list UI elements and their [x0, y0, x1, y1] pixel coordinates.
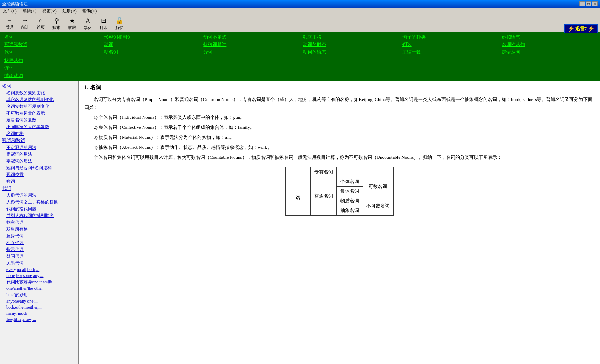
- search-icon: ⚲: [54, 17, 59, 25]
- sidebar-pronouns-title[interactable]: 代词: [1, 185, 78, 192]
- nav-special-words[interactable]: 特殊词精讲: [203, 41, 297, 49]
- search-button[interactable]: ⚲ 搜索: [50, 17, 63, 30]
- sidebar-attr-noun-plural[interactable]: 定语名词的复数: [1, 117, 78, 123]
- nav-noun-clause[interactable]: 名词性从句: [502, 41, 596, 49]
- sidebar-one-that-it[interactable]: 代词比较辨异one,that和it: [1, 279, 78, 285]
- content-para-1: 1) 个体名词（Individual Nouns）：表示某类人或东西中的个体，如…: [94, 113, 594, 121]
- sidebar-one-another[interactable]: one/another/the other: [1, 285, 78, 292]
- sidebar-indef-article[interactable]: 不定冠词的用法: [1, 144, 78, 151]
- table-proper-noun: 专有名词: [310, 167, 336, 177]
- menu-register[interactable]: 注册(B): [61, 8, 78, 14]
- sidebar-none-few-some[interactable]: none,few,some,any,...: [1, 273, 78, 279]
- nav-conjunction[interactable]: 连词: [4, 65, 98, 72]
- sidebar-scroll[interactable]: 名词 名词复数的规则变化 其它名词复数的规则变化 名词复数的不规则变化 不可数名…: [1, 82, 78, 364]
- sidebar-relative[interactable]: 关系代词: [1, 260, 78, 267]
- sidebar-article-position[interactable]: 冠词位置: [1, 171, 78, 178]
- forward-label: 前进: [21, 25, 29, 30]
- content-para-5: 个体名词和集体名词可以用数目来计算，称为可数名词（Countable Nouns…: [84, 153, 594, 161]
- sidebar-personal-pronoun-usage[interactable]: 人称代词的用法: [1, 192, 78, 199]
- nav-adj-adv[interactable]: 形容词和副词: [104, 34, 198, 41]
- maximize-button[interactable]: □: [586, 1, 591, 6]
- sidebar-both-either-neither[interactable]: both,either,neither,...: [1, 304, 78, 310]
- nav-attr-clause[interactable]: 定语从句: [502, 49, 596, 56]
- home-button[interactable]: ⌂ 首页: [34, 17, 47, 30]
- sidebar-pronoun-reference[interactable]: 代词的指代问题: [1, 206, 78, 212]
- sidebar-every-no-all[interactable]: every,no,all,both,...: [1, 267, 78, 273]
- sidebar-few-little[interactable]: few,little,a few,...: [1, 317, 78, 323]
- forward-button[interactable]: → 前进: [19, 17, 31, 30]
- ad-text: 迅雷7: [575, 26, 587, 32]
- sidebar-the-usage[interactable]: "the"的妙用: [1, 292, 78, 298]
- content-para-2: 2) 集体名词（Collective Nouns）：表示若干个个体组成的集合体，…: [94, 123, 594, 131]
- sidebar-zero-article[interactable]: 零冠词的用法: [1, 158, 78, 165]
- table-proper-noun-empty: [336, 167, 393, 177]
- menu-edit[interactable]: 编辑(E): [21, 8, 38, 14]
- unlock-icon: 🔓: [115, 17, 123, 25]
- font-button[interactable]: Ａ 字体: [81, 16, 94, 31]
- nav-infinitive[interactable]: 动词不定式: [203, 34, 297, 41]
- sidebar-pronoun-case-replace[interactable]: 人称代词之主、宾格的替换: [1, 199, 78, 206]
- nav-participle[interactable]: 分词: [203, 49, 297, 56]
- sidebar-many-much[interactable]: many, much: [1, 310, 78, 317]
- nav-gerund[interactable]: 动名词: [104, 49, 198, 56]
- home-icon: ⌂: [39, 17, 43, 24]
- sidebar-possessive[interactable]: 物主代词: [1, 219, 78, 226]
- nav-subjunctive[interactable]: 虚拟语气: [502, 34, 596, 41]
- nav-inversion[interactable]: 倒装: [402, 41, 496, 49]
- nav-pronouns[interactable]: 代词: [4, 49, 98, 56]
- nav-sentence-types[interactable]: 句子的种类: [402, 34, 496, 41]
- title-bar-controls: _ □ ×: [579, 1, 598, 6]
- sidebar-numerals[interactable]: 数词: [1, 178, 78, 185]
- sidebar-double-possessive[interactable]: 双重所有格: [1, 226, 78, 233]
- sidebar-irregular-plural[interactable]: 名词复数的不规则变化: [1, 103, 78, 110]
- home-label: 首页: [37, 25, 45, 30]
- nav-col-6: 状语从句 连词 情态动词: [1, 56, 101, 80]
- unlock-label: 解锁: [115, 25, 123, 30]
- sidebar-pronoun-order[interactable]: 并列人称代词的排列顺序: [1, 212, 78, 219]
- nav-nouns[interactable]: 名词: [4, 34, 98, 41]
- sidebar-articles-title[interactable]: 冠词和数词: [1, 137, 78, 144]
- sidebar-nouns-plural-rules[interactable]: 名词复数的规则变化: [1, 90, 78, 96]
- minimize-button[interactable]: _: [579, 1, 585, 6]
- menu-view[interactable]: 视窗(V): [41, 8, 58, 14]
- menu-help[interactable]: 帮助(H): [81, 8, 99, 14]
- sidebar-interrogative[interactable]: 疑问代词: [1, 253, 78, 260]
- sidebar-reflexive[interactable]: 反身代词: [1, 233, 78, 239]
- sidebar-other-plural-rules[interactable]: 其它名词复数的规则变化: [1, 96, 78, 103]
- ad-banner: ⚡ 迅雷7 ⚡: [564, 24, 598, 33]
- menu-bar: 文件(F) 编辑(E) 视窗(V) 注册(B) 帮助(H): [0, 8, 600, 15]
- sidebar-article-adj-noun[interactable]: 冠词与形容词+名词结构: [1, 165, 78, 171]
- table-countable: 可数名词: [362, 177, 393, 196]
- menu-file[interactable]: 文件(F): [1, 8, 18, 14]
- sidebar-reciprocal[interactable]: 相互代词: [1, 239, 78, 246]
- nav-independent[interactable]: 独立主格: [303, 34, 397, 41]
- back-button[interactable]: ← 后退: [3, 17, 16, 30]
- nav-tenses[interactable]: 动词的时态: [303, 41, 397, 49]
- nav-verbs[interactable]: 动词: [104, 41, 198, 49]
- nav-voice[interactable]: 动词的语态: [303, 49, 397, 56]
- nav-articles-numerals[interactable]: 冠词和数词: [4, 41, 98, 49]
- nav-adv-clause[interactable]: 状语从句: [4, 57, 98, 65]
- sidebar-demonstrative[interactable]: 指示代词: [1, 246, 78, 253]
- table-material-noun: 物质名词: [336, 196, 362, 206]
- sidebar-country-singular-plural[interactable]: 不同国家的人的单复数: [1, 123, 78, 130]
- sidebar-uncountable-qty[interactable]: 不可数名词量的表示: [1, 110, 78, 117]
- nav-col-0: 名词 冠词和数词 代词: [1, 33, 101, 56]
- sidebar-anyone-any-one[interactable]: anyone/any one;...: [1, 298, 78, 304]
- window-title: 全能英语语法: [2, 1, 28, 7]
- nav-subject-verb[interactable]: 主谓一致: [402, 49, 496, 56]
- nav-col-2: 动词不定式 特殊词精讲 分词: [200, 33, 300, 56]
- unlock-button[interactable]: 🔓 解锁: [113, 17, 126, 30]
- print-button[interactable]: ⊟ 打印: [97, 17, 110, 30]
- favorites-button[interactable]: ★ 收藏: [66, 17, 79, 30]
- table-abstract-noun: 抽象名词: [336, 206, 362, 216]
- nav-modal-verbs[interactable]: 情态动词: [4, 72, 98, 80]
- close-button[interactable]: ×: [592, 1, 598, 6]
- nav-col-5: 虚拟语气 名词性从句 定语从句: [499, 33, 599, 56]
- print-icon: ⊟: [101, 17, 106, 25]
- sidebar-def-article[interactable]: 定冠词的用法: [1, 151, 78, 158]
- forward-icon: →: [22, 17, 28, 24]
- main-area: 名词 名词复数的规则变化 其它名词复数的规则变化 名词复数的不规则变化 不可数名…: [0, 81, 600, 364]
- sidebar-noun-case[interactable]: 名词的格: [1, 130, 78, 137]
- sidebar-nouns-title[interactable]: 名词: [1, 82, 78, 90]
